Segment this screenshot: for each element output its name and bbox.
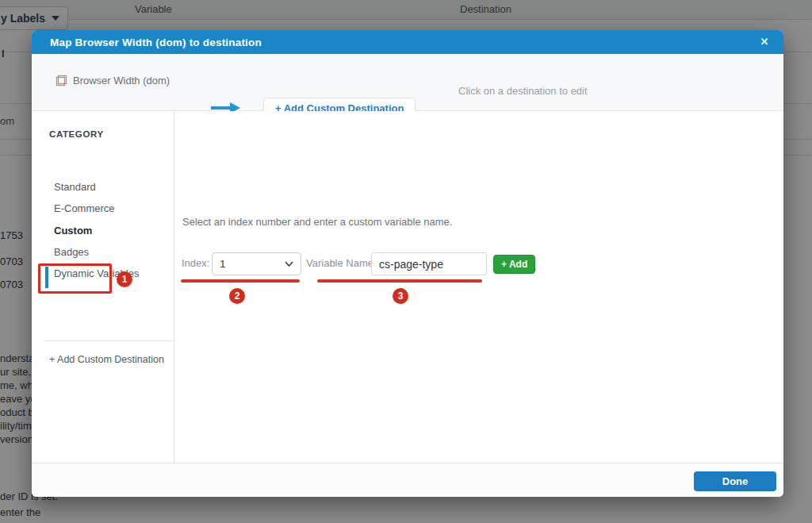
sidebar-item-ecommerce[interactable]: E-Commerce — [54, 202, 115, 214]
sidebar-divider — [44, 340, 174, 341]
annotation-underline-index — [181, 279, 300, 283]
active-item-indicator — [45, 267, 48, 288]
annotation-step-1: 1 — [117, 271, 132, 287]
instruction-text: Select an index number and enter a custo… — [182, 216, 452, 228]
destination-hint-text: Click on a destination to edit — [458, 85, 588, 97]
category-sidebar: CATEGORY Standard E-Commerce Custom Badg… — [32, 111, 174, 463]
sidebar-add-custom-destination-link[interactable]: + Add Custom Destination — [49, 354, 164, 365]
annotation-step-3: 3 — [393, 288, 408, 304]
map-destination-modal: Map Browser Width (dom) to destination ✕… — [32, 30, 783, 497]
annotation-underline-variable — [317, 279, 482, 283]
close-icon[interactable]: ✕ — [756, 34, 772, 50]
index-select[interactable]: 1 — [212, 252, 301, 275]
index-label: Index: — [182, 257, 209, 269]
category-heading: CATEGORY — [49, 129, 104, 139]
variable-name-label: Variable Name: — [306, 257, 377, 269]
data-layer-cube-icon — [56, 75, 67, 87]
sidebar-item-custom[interactable]: Custom — [54, 225, 92, 237]
annotation-step-2: 2 — [229, 288, 245, 304]
sidebar-item-standard[interactable]: Standard — [54, 181, 96, 193]
chevron-down-icon — [285, 261, 293, 267]
modal-body: CATEGORY Standard E-Commerce Custom Badg… — [32, 111, 783, 463]
done-button[interactable]: Done — [694, 471, 776, 491]
modal-footer: Done — [32, 463, 783, 497]
source-variable-label: Browser Width (dom) — [73, 75, 170, 87]
modal-header: Map Browser Width (dom) to destination ✕ — [32, 30, 783, 54]
source-variable-row: Browser Width (dom) — [56, 75, 170, 87]
modal-subheader: Browser Width (dom) + Add Custom Destina… — [32, 54, 783, 111]
variable-name-input[interactable] — [371, 252, 487, 275]
index-select-value: 1 — [220, 258, 226, 270]
modal-title: Map Browser Width (dom) to destination — [32, 37, 262, 48]
sidebar-item-badges[interactable]: Badges — [54, 246, 89, 258]
add-button[interactable]: + Add — [493, 255, 535, 274]
